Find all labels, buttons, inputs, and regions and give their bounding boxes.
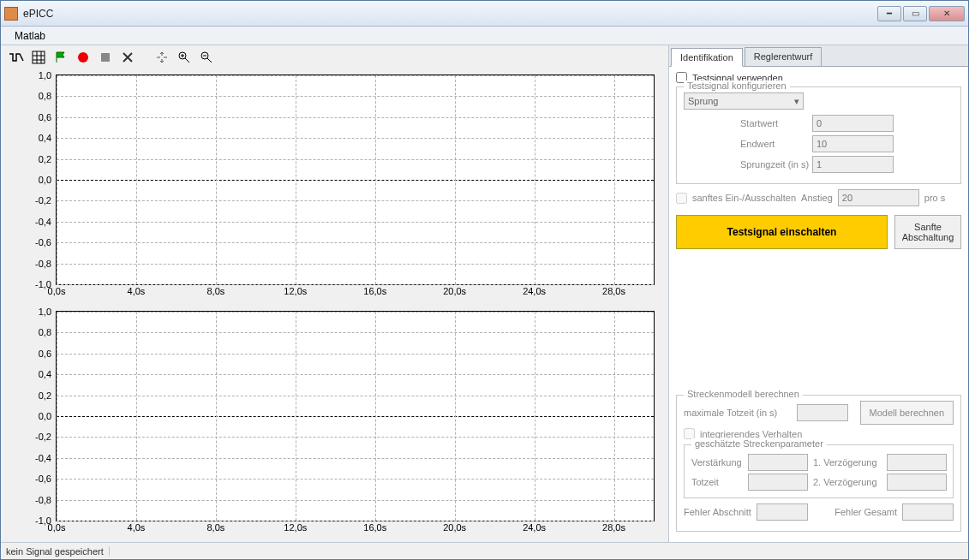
y-tick-label: -0,4 [35, 217, 57, 227]
fehler-gesamt-label: Fehler Gesamt [834, 507, 897, 517]
totzeit-input[interactable] [748, 474, 808, 491]
titlebar[interactable]: ePICC ━ ▭ ✕ [1, 1, 968, 27]
testsignal-einschalten-button[interactable]: Testsignal einschalten [676, 215, 888, 249]
app-icon [4, 7, 18, 21]
zoom-out-icon[interactable] [198, 49, 215, 66]
grid-icon[interactable] [30, 49, 47, 66]
fehler-gesamt-input[interactable] [902, 503, 954, 521]
param-legend: geschätzte Streckenparameter [691, 438, 827, 449]
sanftes-label: sanftes Ein-/Ausschalten [692, 193, 796, 203]
fehler-abschnitt-input[interactable] [757, 503, 808, 521]
toolbar [4, 45, 665, 69]
streckenmodell-legend: Streckenmodell berechnen [684, 389, 803, 399]
y-tick-label: -0,8 [35, 495, 57, 505]
verz1-input[interactable] [887, 454, 947, 471]
x-tick-label: 28,0s [602, 521, 625, 533]
x-tick-label: 20,0s [443, 284, 466, 296]
sprungzeit-label: Sprungzeit (in s) [684, 159, 812, 170]
integrierend-label: integrierendes Verhalten [700, 429, 802, 439]
signal-type-select[interactable]: Sprung ▾ [684, 92, 804, 110]
menubar: Matlab [1, 27, 968, 45]
x-tick-label: 12,0s [284, 284, 307, 296]
y-tick-label: 0,0 [39, 175, 57, 185]
app-window: ePICC ━ ▭ ✕ Matlab [0, 0, 969, 560]
x-tick-label: 16,0s [363, 284, 386, 296]
chart-area: -1,0-0,8-0,6-0,4-0,20,00,20,40,60,81,00,… [4, 69, 665, 539]
startwert-input[interactable] [812, 115, 894, 132]
verz2-label: 2. Verzögerung [813, 477, 882, 487]
x-tick-label: 16,0s [363, 521, 386, 533]
x-tick-label: 24,0s [523, 284, 546, 296]
maximize-button[interactable]: ▭ [903, 6, 927, 21]
y-tick-label: 0,2 [39, 390, 57, 401]
tab-content-identifikation: Testsignal verwenden Testsignal konfigur… [669, 67, 968, 542]
endwert-input[interactable] [812, 135, 894, 152]
verstaerkung-input[interactable] [748, 454, 808, 471]
y-tick-label: 0,2 [39, 154, 57, 164]
chart-2[interactable]: -1,0-0,8-0,6-0,4-0,20,00,20,40,60,81,00,… [4, 306, 665, 539]
y-tick-label: 1,0 [39, 70, 57, 80]
totzeit-label: Totzeit [691, 477, 743, 487]
testsignal-konfigurieren-fieldset: Testsignal konfigurieren Sprung ▾ Startw… [676, 86, 961, 184]
verz2-input[interactable] [887, 474, 947, 491]
tabs: Identifikation Reglerentwurf [669, 45, 968, 67]
x-tick-label: 8,0s [206, 521, 224, 533]
tab-identifikation[interactable]: Identifikation [671, 48, 743, 67]
x-tick-label: 4,0s [128, 284, 146, 296]
y-tick-label: 1,0 [39, 307, 57, 317]
record-icon[interactable] [75, 49, 92, 66]
verz1-label: 1. Verzögerung [813, 457, 882, 468]
zoom-in-icon[interactable] [176, 49, 193, 66]
modell-berechnen-button[interactable]: Modell berechnen [860, 401, 954, 425]
close-button[interactable]: ✕ [929, 6, 965, 21]
param-fieldset: geschätzte Streckenparameter Verstärkung… [684, 444, 954, 498]
stop-icon[interactable] [97, 49, 114, 66]
fieldset-legend: Testsignal konfigurieren [684, 80, 790, 91]
y-tick-label: 0,6 [39, 112, 57, 122]
status-text: kein Signal gespeichert [6, 546, 110, 557]
y-tick-label: 0,8 [39, 91, 57, 101]
y-tick-label: 0,8 [39, 327, 57, 337]
y-tick-label: -0,6 [35, 237, 57, 247]
y-tick-label: 0,4 [39, 369, 57, 379]
y-tick-label: 0,4 [39, 133, 57, 143]
minimize-button[interactable]: ━ [877, 6, 901, 21]
x-tick-label: 20,0s [443, 521, 466, 533]
sanftes-checkbox[interactable] [676, 193, 687, 204]
x-tick-label: 4,0s [128, 521, 146, 533]
tab-reglerentwurf[interactable]: Reglerentwurf [745, 47, 822, 66]
y-tick-label: 0,0 [39, 411, 57, 421]
chart-1[interactable]: -1,0-0,8-0,6-0,4-0,20,00,20,40,60,81,00,… [4, 69, 665, 302]
flag-icon[interactable] [52, 49, 69, 66]
sanfte-abschaltung-button[interactable]: Sanfte Abschaltung [894, 215, 961, 249]
right-panel: Identifikation Reglerentwurf Testsignal … [668, 45, 968, 542]
pan-icon[interactable] [153, 49, 170, 66]
chevron-down-icon: ▾ [794, 96, 799, 107]
y-tick-label: -0,8 [35, 259, 57, 269]
anstieg-unit: pro s [924, 193, 945, 203]
x-tick-label: 24,0s [523, 521, 546, 533]
x-tick-label: 12,0s [284, 521, 307, 533]
svg-point-1 [78, 52, 88, 63]
x-tick-label: 8,0s [206, 284, 224, 296]
y-tick-label: -0,6 [35, 474, 57, 484]
y-tick-label: -0,2 [35, 432, 57, 442]
anstieg-input[interactable] [838, 189, 919, 206]
streckenmodell-fieldset: Streckenmodell berechnen maximale Totzei… [676, 395, 961, 532]
startwert-label: Startwert [684, 118, 812, 128]
sprungzeit-input[interactable] [812, 156, 894, 173]
anstieg-label: Anstieg [801, 193, 833, 203]
left-pane: -1,0-0,8-0,6-0,4-0,20,00,20,40,60,81,00,… [1, 45, 668, 542]
y-tick-label: -0,2 [35, 195, 57, 206]
clear-icon[interactable] [119, 49, 136, 66]
verstaerkung-label: Verstärkung [691, 457, 743, 468]
menu-matlab[interactable]: Matlab [8, 28, 52, 44]
y-tick-label: -0,4 [35, 453, 57, 463]
x-tick-label: 28,0s [602, 284, 625, 296]
window-title: ePICC [23, 8, 877, 20]
max-totzeit-input[interactable] [797, 404, 848, 421]
signal-icon[interactable] [8, 49, 25, 66]
endwert-label: Endwert [684, 139, 812, 149]
fehler-abschnitt-label: Fehler Abschnitt [684, 507, 751, 517]
x-tick-label: 0,0s [48, 521, 66, 533]
